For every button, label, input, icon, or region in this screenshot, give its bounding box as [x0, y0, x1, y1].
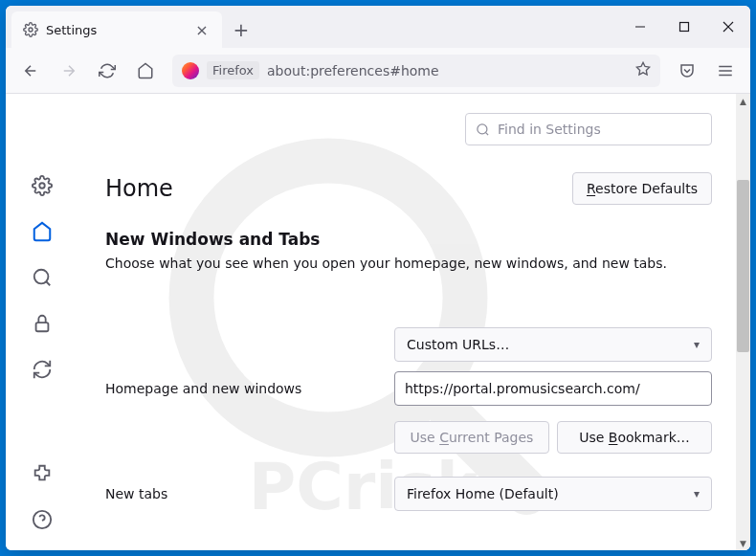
- save-to-pocket-button[interactable]: [670, 54, 704, 88]
- section-heading: New Windows and Tabs: [105, 230, 712, 249]
- svg-rect-2: [680, 23, 689, 32]
- firefox-icon: [182, 62, 199, 79]
- sidebar-help-icon[interactable]: [31, 508, 54, 531]
- homepage-label: Homepage and new windows: [105, 381, 383, 396]
- svg-marker-5: [636, 62, 649, 75]
- restore-defaults-button[interactable]: Restore Defaults: [572, 172, 712, 205]
- newtabs-select[interactable]: Firefox Home (Default) ▾: [394, 477, 712, 511]
- sidebar-search-icon[interactable]: [31, 266, 54, 289]
- svg-line-19: [485, 132, 488, 135]
- find-in-settings-input[interactable]: Find in Settings: [465, 113, 712, 145]
- url-bar[interactable]: Firefox about:preferences#home: [172, 55, 660, 87]
- use-bookmark-button[interactable]: Use Bookmark…: [557, 421, 712, 454]
- svg-rect-15: [36, 322, 49, 331]
- sidebar-sync-icon[interactable]: [31, 358, 54, 381]
- window-minimize-button[interactable]: [618, 6, 662, 48]
- settings-sidebar: [6, 94, 78, 550]
- browser-tab[interactable]: Settings ×: [11, 11, 222, 48]
- search-placeholder: Find in Settings: [498, 122, 601, 137]
- page-title: Home: [105, 175, 173, 202]
- sidebar-extensions-icon[interactable]: [31, 462, 54, 485]
- svg-point-18: [478, 123, 487, 133]
- settings-content: Find in Settings Home Restore Defaults N…: [78, 94, 750, 550]
- use-current-pages-button[interactable]: Use Current Pages: [394, 421, 549, 454]
- newtabs-label: New tabs: [105, 486, 383, 501]
- svg-point-0: [29, 28, 33, 32]
- search-icon: [476, 122, 490, 137]
- chevron-down-icon: ▾: [694, 487, 700, 500]
- close-tab-button[interactable]: ×: [193, 21, 211, 38]
- section-description: Choose what you see when you open your h…: [105, 255, 712, 274]
- homepage-url-input[interactable]: [394, 371, 712, 406]
- bookmark-star-icon[interactable]: [635, 61, 651, 80]
- home-button[interactable]: [128, 54, 163, 88]
- select-value: Firefox Home (Default): [407, 486, 559, 501]
- svg-point-12: [39, 183, 45, 189]
- homepage-mode-select[interactable]: Custom URLs… ▾: [394, 327, 712, 362]
- sidebar-privacy-icon[interactable]: [31, 312, 54, 335]
- reload-button[interactable]: [90, 54, 124, 88]
- toolbar: Firefox about:preferences#home: [6, 48, 750, 94]
- back-button[interactable]: [13, 54, 48, 88]
- window-maximize-button[interactable]: [662, 6, 706, 48]
- url-identity-label: Firefox: [207, 61, 259, 79]
- new-tab-button[interactable]: +: [226, 11, 256, 48]
- gear-icon: [23, 22, 38, 37]
- svg-point-13: [34, 270, 49, 284]
- chevron-down-icon: ▾: [694, 338, 700, 351]
- titlebar: Settings × +: [6, 6, 750, 48]
- tab-title: Settings: [46, 23, 186, 37]
- select-value: Custom URLs…: [407, 337, 509, 352]
- window-close-button[interactable]: [706, 6, 750, 48]
- forward-button[interactable]: [52, 54, 86, 88]
- sidebar-home-icon[interactable]: [31, 220, 54, 243]
- sidebar-general-icon[interactable]: [31, 174, 54, 197]
- svg-line-14: [46, 281, 50, 285]
- url-text: about:preferences#home: [267, 63, 628, 78]
- app-menu-button[interactable]: [708, 54, 743, 88]
